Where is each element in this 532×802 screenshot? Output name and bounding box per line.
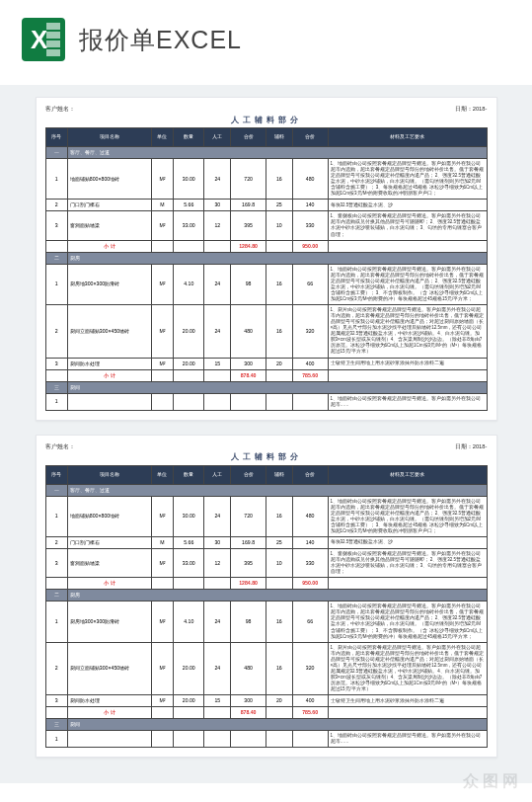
table-row: 3厨间防水处理M²20.001530020400士敏特卫生间用地上用水泥砂浆涂抹… (45, 358, 487, 369)
client-label: 客户姓名： (45, 443, 75, 451)
sec-title: 厨房 (67, 252, 487, 264)
table-row: 2门口割门槛石M5.6630169.825140每块32.5普通硅酸盐水泥、沙 (45, 200, 487, 211)
client-label: 客户姓名： (45, 106, 75, 114)
sheet-preview-2: 客户姓名： 日期：2018- 人工辅料部分 序号项目名称单位数量人工合价辅料合价… (36, 435, 497, 759)
col-4: 人工 (204, 127, 231, 146)
col-5: 合价 (231, 127, 266, 146)
sec-title: 厨间 (67, 381, 487, 393)
table-row: 2厨间立面铺贴300×450墙砖M²20.0024480163201、厨片由公司… (45, 305, 487, 359)
section-title: 人工辅料部分 (45, 452, 488, 462)
subtotal-row: 小 计1284.80950.00 (45, 240, 487, 252)
subtotal-row: 小 计878.40785.60 (45, 369, 487, 381)
sec-no: 三 (45, 381, 67, 393)
page-title: 报价单EXCEL (79, 24, 242, 56)
col-8: 材料及工艺要求 (328, 127, 487, 146)
col-3: 数量 (174, 127, 204, 146)
table-row: 3窗洞面贴墙梁M²33.0012395103301、窗侧板由公司按照套餐规定品牌… (45, 211, 487, 240)
watermark: 众图网 (463, 771, 522, 783)
table-row: 11、地面砖由公司按照套餐规定品牌型号赠送。客户如需另外在我公司超市…… (45, 393, 487, 410)
date-label: 日期：2018- (455, 106, 488, 114)
col-6: 辅料 (266, 127, 292, 146)
section-title: 人工辅料部分 (45, 116, 488, 125)
table-row: 1地面铺贴800×800地砖M²30.0024720164801、地面砖由公司按… (45, 158, 487, 199)
table-row: 1厨房地300×300防滑砖M²4.10249816661、地面砖由公司按照套餐… (45, 264, 487, 304)
excel-icon (22, 18, 65, 61)
sec-title: 客厅、餐厅、过道 (67, 146, 487, 158)
sheet-preview-1: 客户姓名： 日期：2018- 人工辅料部分 序号 项目名称 单位 数量 人工 合… (36, 97, 497, 421)
sec-no: 二 (45, 252, 67, 264)
sec-no: 一 (45, 146, 67, 158)
col-7: 合价 (292, 127, 328, 146)
col-2: 单位 (151, 127, 173, 146)
quote-table: 序号 项目名称 单位 数量 人工 合价 辅料 合价 材料及工艺要求 一客厅、餐厅… (45, 127, 488, 411)
col-0: 序号 (45, 127, 67, 146)
preview-area: 客户姓名： 日期：2018- 人工辅料部分 序号 项目名称 单位 数量 人工 合… (0, 85, 532, 783)
date-label: 日期：2018- (455, 443, 488, 451)
col-1: 项目名称 (67, 127, 151, 146)
quote-table: 序号项目名称单位数量人工合价辅料合价材料及工艺要求 一客厅、餐厅、过道 1地面铺… (45, 465, 488, 749)
